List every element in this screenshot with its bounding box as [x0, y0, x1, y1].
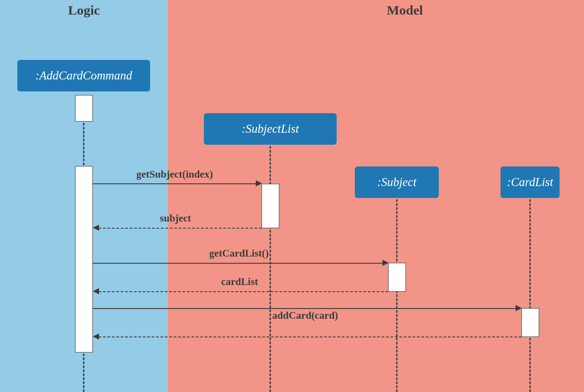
msg-getcardlist-label: getCardList(): [209, 248, 269, 259]
msg-getsubject-arrow: [256, 180, 262, 186]
msg-getcardlist-arrow: [382, 260, 389, 266]
participant-subject: :Subject: [355, 166, 439, 198]
msg-subject-return-line: [99, 228, 262, 229]
lifeline-subjectlist: [270, 146, 271, 392]
participant-subjectlist: :SubjectList: [204, 113, 337, 145]
region-model-title: Model: [168, 0, 584, 18]
msg-cardlist-return-arrow: [93, 288, 99, 294]
participant-addcardcommand: :AddCardCommand: [17, 60, 150, 91]
msg-addcard-line: [93, 308, 520, 309]
msg-subject-return-arrow: [93, 225, 99, 231]
msg-subject-return-label: subject: [160, 213, 191, 224]
activation-addcardcommand-initial: [75, 95, 93, 122]
msg-getsubject-label: getSubject(index): [136, 169, 213, 180]
lifeline-subject: [396, 199, 397, 392]
msg-getsubject-line: [93, 183, 260, 184]
activation-subjectlist: [262, 184, 279, 228]
activation-subject: [388, 263, 406, 292]
msg-cardlist-return-line: [99, 291, 388, 292]
msg-cardlist-return-label: cardList: [221, 276, 258, 288]
msg-getcardlist-line: [93, 263, 386, 264]
msg-addcard-label: addCard(card): [272, 310, 338, 321]
msg-addcard-return-arrow: [93, 333, 99, 340]
activation-cardlist: [521, 308, 539, 337]
msg-addcard-arrow: [516, 305, 522, 311]
msg-addcard-return-line: [99, 337, 521, 337]
activation-addcardcommand-main: [75, 166, 93, 352]
region-logic-title: Logic: [0, 0, 168, 18]
lifeline-cardlist: [529, 199, 531, 392]
participant-cardlist: :CardList: [501, 166, 560, 198]
